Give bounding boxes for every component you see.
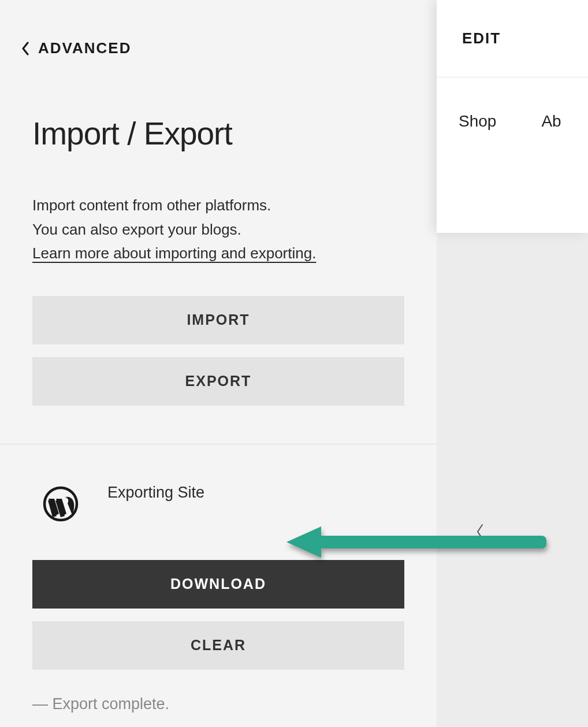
settings-panel: ADVANCED Import / Export Import content … [0, 0, 437, 727]
description-line: Import content from other platforms. [32, 194, 437, 218]
export-title: Exporting Site [107, 484, 204, 502]
learn-more-link[interactable]: Learn more about importing and exporting… [32, 242, 437, 266]
back-label: ADVANCED [38, 39, 131, 57]
export-button[interactable]: EXPORT [32, 357, 404, 406]
preview-nav: Shop Ab [437, 77, 588, 131]
download-button[interactable]: DOWNLOAD [32, 560, 404, 609]
export-status: — Export complete. [32, 695, 404, 713]
export-section: Exporting Site DOWNLOAD CLEAR — Export c… [0, 444, 437, 713]
nav-item-shop[interactable]: Shop [459, 112, 496, 131]
clear-button[interactable]: CLEAR [32, 621, 404, 670]
edit-bar: EDIT [437, 0, 588, 77]
chevron-left-icon[interactable] [475, 522, 485, 543]
chevron-left-icon [21, 41, 30, 56]
edit-button[interactable]: EDIT [462, 29, 501, 47]
preview-frame: EDIT Shop Ab [437, 0, 588, 233]
nav-item-about[interactable]: Ab [541, 112, 561, 131]
description-block: Import content from other platforms. You… [32, 194, 437, 266]
back-button[interactable]: ADVANCED [0, 0, 437, 57]
preview-panel: EDIT Shop Ab [437, 0, 588, 727]
wordpress-icon [43, 486, 79, 522]
description-line: You can also export your blogs. [32, 218, 437, 242]
import-button[interactable]: IMPORT [32, 296, 404, 344]
page-title: Import / Export [32, 115, 437, 152]
